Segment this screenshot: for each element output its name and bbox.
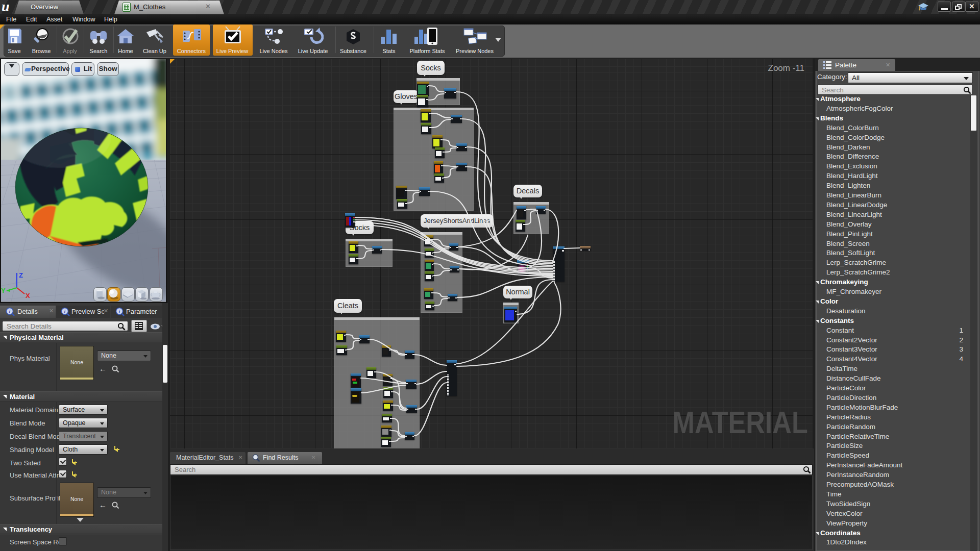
svg-text:X: X [26, 292, 30, 299]
svg-text:i: i [9, 309, 11, 314]
svg-text:i: i [64, 309, 66, 314]
svg-text:Z: Z [19, 271, 23, 279]
svg-text:i: i [119, 309, 120, 314]
svg-text:Y: Y [1, 287, 6, 294]
